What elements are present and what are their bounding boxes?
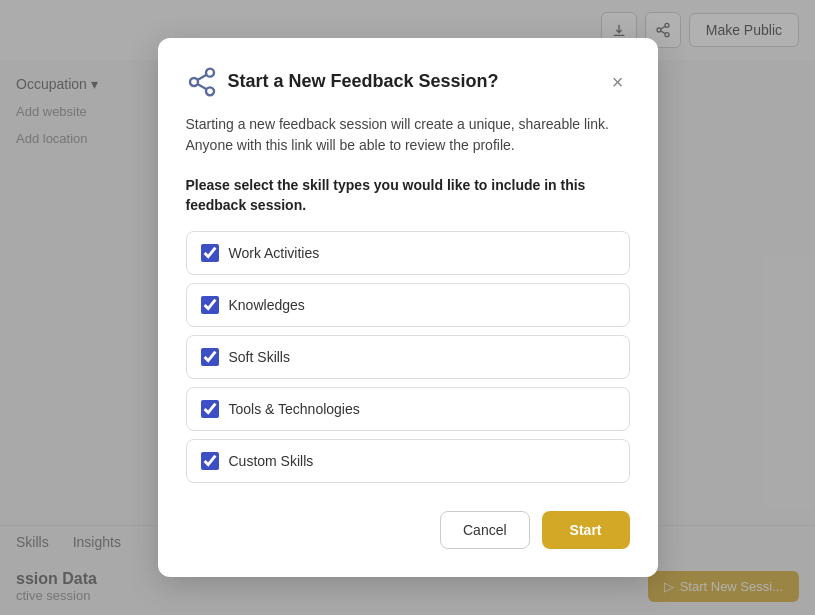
checkbox-knowledges[interactable]	[201, 296, 219, 314]
modal-prompt: Please select the skill types you would …	[186, 176, 630, 215]
svg-line-8	[197, 84, 206, 89]
checkbox-item-work-activities: Work Activities	[186, 231, 630, 275]
checkbox-custom-skills[interactable]	[201, 452, 219, 470]
modal-close-button[interactable]: ×	[606, 70, 630, 94]
label-work-activities: Work Activities	[229, 245, 320, 261]
modal-title: Start a New Feedback Session?	[228, 71, 499, 92]
share-network-icon	[186, 66, 218, 98]
svg-line-9	[197, 75, 206, 80]
modal-description: Starting a new feedback session will cre…	[186, 114, 630, 156]
modal-title-group: Start a New Feedback Session?	[186, 66, 499, 98]
label-tools-technologies: Tools & Technologies	[229, 401, 360, 417]
checkbox-item-knowledges: Knowledges	[186, 283, 630, 327]
modal-header: Start a New Feedback Session? ×	[186, 66, 630, 98]
label-knowledges: Knowledges	[229, 297, 305, 313]
svg-point-5	[206, 69, 214, 77]
svg-point-7	[206, 87, 214, 95]
feedback-session-modal: Start a New Feedback Session? × Starting…	[158, 38, 658, 577]
modal-overlay: Start a New Feedback Session? × Starting…	[0, 0, 815, 615]
label-custom-skills: Custom Skills	[229, 453, 314, 469]
checkbox-soft-skills[interactable]	[201, 348, 219, 366]
svg-point-6	[190, 78, 198, 86]
cancel-button[interactable]: Cancel	[440, 511, 530, 549]
start-button[interactable]: Start	[542, 511, 630, 549]
modal-actions: Cancel Start	[186, 511, 630, 549]
checkbox-work-activities[interactable]	[201, 244, 219, 262]
checkbox-tools-technologies[interactable]	[201, 400, 219, 418]
label-soft-skills: Soft Skills	[229, 349, 290, 365]
checkbox-item-custom-skills: Custom Skills	[186, 439, 630, 483]
checkbox-item-soft-skills: Soft Skills	[186, 335, 630, 379]
skill-type-checkbox-list: Work ActivitiesKnowledgesSoft SkillsTool…	[186, 231, 630, 483]
checkbox-item-tools-technologies: Tools & Technologies	[186, 387, 630, 431]
